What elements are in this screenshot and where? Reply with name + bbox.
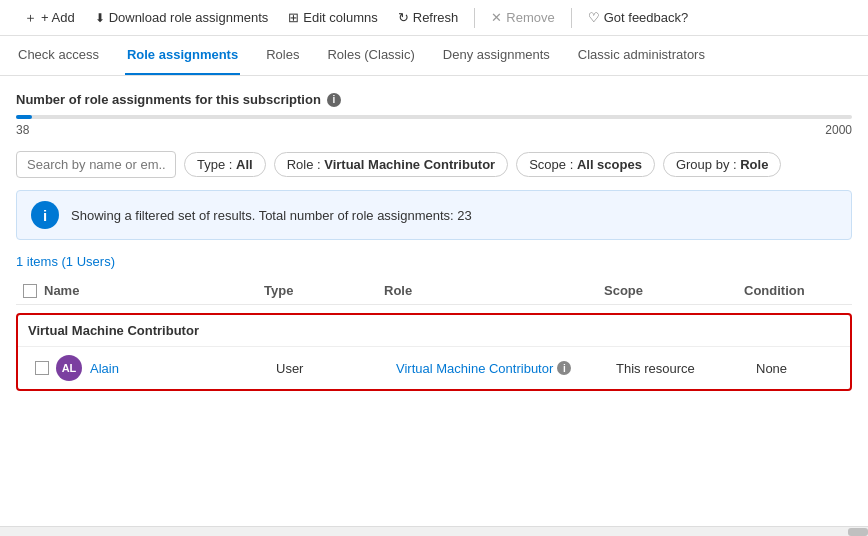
role-filter-chip[interactable]: Role : Virtual Machine Contributor [274, 152, 509, 177]
row-role: Virtual Machine Contributor i [396, 361, 616, 376]
scrollbar-thumb[interactable] [848, 528, 868, 536]
download-label: Download role assignments [109, 10, 269, 25]
role-info-icon[interactable]: i [557, 361, 571, 375]
remove-button[interactable]: ✕ Remove [483, 6, 562, 29]
columns-icon: ⊞ [288, 10, 299, 25]
search-input[interactable] [16, 151, 176, 178]
row-checkbox[interactable] [35, 361, 49, 375]
banner-info-icon: i [31, 201, 59, 229]
progress-min: 38 [16, 123, 29, 137]
table-row: AL Alain User Virtual Machine Contributo… [18, 347, 850, 389]
feedback-button[interactable]: ♡ Got feedback? [580, 6, 697, 29]
user-cell: AL Alain [56, 355, 276, 381]
tab-roles[interactable]: Roles [264, 36, 301, 75]
add-button[interactable]: ＋ + Add [16, 5, 83, 31]
tab-classic-administrators[interactable]: Classic administrators [576, 36, 707, 75]
progress-max: 2000 [825, 123, 852, 137]
col-header-name: Name [44, 283, 264, 298]
edit-columns-label: Edit columns [303, 10, 377, 25]
groupby-filter-chip[interactable]: Group by : Role [663, 152, 781, 177]
divider-2 [571, 8, 572, 28]
progress-labels: 38 2000 [16, 123, 852, 137]
row-scope: This resource [616, 361, 756, 376]
add-icon: ＋ [24, 9, 37, 27]
items-count: 1 items (1 Users) [16, 254, 852, 269]
row-checkbox-cell [28, 361, 56, 375]
heart-icon: ♡ [588, 10, 600, 25]
scope-filter-chip[interactable]: Scope : All scopes [516, 152, 655, 177]
edit-columns-button[interactable]: ⊞ Edit columns [280, 6, 385, 29]
tab-role-assignments[interactable]: Role assignments [125, 36, 240, 75]
progress-fill [16, 115, 32, 119]
col-header-scope: Scope [604, 283, 744, 298]
refresh-label: Refresh [413, 10, 459, 25]
header-checkbox[interactable] [23, 284, 37, 298]
info-banner: i Showing a filtered set of results. Tot… [16, 190, 852, 240]
header-checkbox-cell [16, 284, 44, 298]
progress-area: 38 2000 [16, 115, 852, 137]
download-icon: ⬇ [95, 11, 105, 25]
group-label: Virtual Machine Contributor [18, 315, 850, 347]
row-type: User [276, 361, 396, 376]
toolbar: ＋ + Add ⬇ Download role assignments ⊞ Ed… [0, 0, 868, 36]
table-header: Name Type Role Scope Condition [16, 277, 852, 305]
row-condition: None [756, 361, 856, 376]
horizontal-scrollbar[interactable] [0, 526, 868, 536]
type-filter-chip[interactable]: Type : All [184, 152, 266, 177]
user-link[interactable]: Alain [90, 361, 119, 376]
group-virtual-machine-contributor: Virtual Machine Contributor AL Alain Use… [16, 313, 852, 391]
filter-row: Type : All Role : Virtual Machine Contri… [16, 151, 852, 178]
feedback-label: Got feedback? [604, 10, 689, 25]
col-header-type: Type [264, 283, 384, 298]
tab-roles-classic[interactable]: Roles (Classic) [325, 36, 416, 75]
role-link[interactable]: Virtual Machine Contributor i [396, 361, 616, 376]
tab-deny-assignments[interactable]: Deny assignments [441, 36, 552, 75]
main-content: Number of role assignments for this subs… [0, 76, 868, 407]
remove-icon: ✕ [491, 10, 502, 25]
banner-message: Showing a filtered set of results. Total… [71, 208, 472, 223]
section-title-text: Number of role assignments for this subs… [16, 92, 321, 107]
download-button[interactable]: ⬇ Download role assignments [87, 6, 277, 29]
avatar: AL [56, 355, 82, 381]
info-icon[interactable]: i [327, 93, 341, 107]
progress-track [16, 115, 852, 119]
col-header-role: Role [384, 283, 604, 298]
tabs-bar: Check access Role assignments Roles Role… [0, 36, 868, 76]
add-label: + Add [41, 10, 75, 25]
tab-check-access[interactable]: Check access [16, 36, 101, 75]
refresh-button[interactable]: ↻ Refresh [390, 6, 467, 29]
section-title-area: Number of role assignments for this subs… [16, 92, 852, 107]
divider-1 [474, 8, 475, 28]
refresh-icon: ↻ [398, 10, 409, 25]
col-header-condition: Condition [744, 283, 844, 298]
remove-label: Remove [506, 10, 554, 25]
